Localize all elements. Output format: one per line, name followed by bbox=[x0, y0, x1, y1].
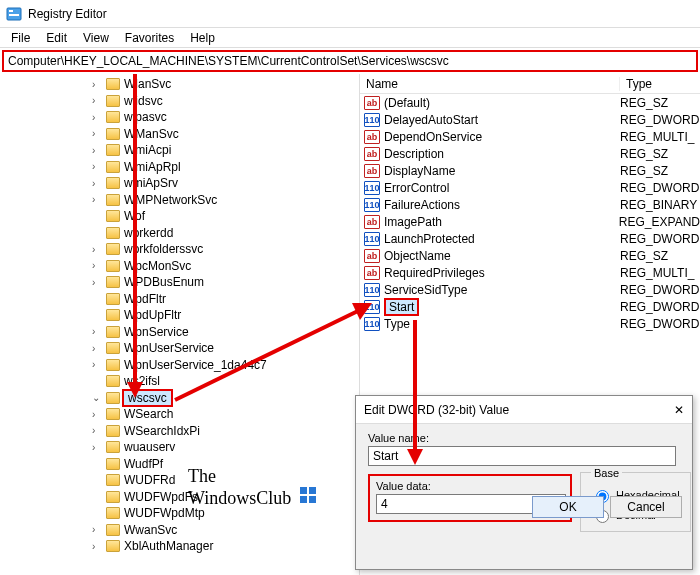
value-name-label: Value name: bbox=[368, 432, 680, 444]
cancel-button[interactable]: Cancel bbox=[610, 496, 682, 518]
chevron-icon[interactable] bbox=[92, 161, 104, 172]
column-header-name[interactable]: Name bbox=[360, 77, 620, 91]
tree-item[interactable]: workfolderssvc bbox=[0, 241, 359, 258]
value-row[interactable]: abObjectNameREG_SZ bbox=[360, 247, 700, 264]
dialog-close-button[interactable]: ✕ bbox=[674, 403, 684, 417]
chevron-icon[interactable] bbox=[92, 277, 104, 288]
menu-edit[interactable]: Edit bbox=[39, 30, 74, 46]
chevron-icon[interactable] bbox=[92, 442, 104, 453]
chevron-icon[interactable] bbox=[92, 392, 104, 403]
value-row[interactable]: abRequiredPrivilegesREG_MULTI_ bbox=[360, 264, 700, 281]
value-row[interactable]: 110FailureActionsREG_BINARY bbox=[360, 196, 700, 213]
folder-icon bbox=[106, 128, 120, 140]
windows-logo-icon bbox=[300, 487, 316, 503]
tree-item[interactable]: wlidsvc bbox=[0, 93, 359, 110]
tree-item[interactable]: WManSvc bbox=[0, 126, 359, 143]
tree-item[interactable]: XblAuthManager bbox=[0, 538, 359, 555]
chevron-icon[interactable] bbox=[92, 178, 104, 189]
tree-item-label: WManSvc bbox=[122, 127, 181, 141]
tree-item[interactable]: WpnUserService bbox=[0, 340, 359, 357]
folder-icon bbox=[106, 359, 120, 371]
chevron-icon[interactable] bbox=[92, 112, 104, 123]
value-row[interactable]: abDependOnServiceREG_MULTI_ bbox=[360, 128, 700, 145]
value-type: REG_MULTI_ bbox=[620, 266, 694, 280]
chevron-icon[interactable] bbox=[92, 79, 104, 90]
value-row[interactable]: abDescriptionREG_SZ bbox=[360, 145, 700, 162]
tree-item[interactable]: WSearch bbox=[0, 406, 359, 423]
chevron-icon[interactable] bbox=[92, 128, 104, 139]
edit-value-dialog: Edit DWORD (32-bit) Value ✕ Value name: … bbox=[355, 395, 693, 570]
value-name: FailureActions bbox=[384, 198, 460, 212]
tree-item[interactable]: WMPNetworkSvc bbox=[0, 192, 359, 209]
value-type: REG_BINARY bbox=[620, 198, 697, 212]
value-list[interactable]: ab(Default)REG_SZ110DelayedAutoStartREG_… bbox=[360, 94, 700, 332]
string-value-icon: ab bbox=[364, 215, 380, 229]
chevron-icon[interactable] bbox=[92, 244, 104, 255]
value-type: REG_DWORD bbox=[620, 283, 699, 297]
tree-item[interactable]: wuauserv bbox=[0, 439, 359, 456]
chevron-icon[interactable] bbox=[92, 409, 104, 420]
tree-item[interactable]: WmiAcpi bbox=[0, 142, 359, 159]
binary-value-icon: 110 bbox=[364, 317, 380, 331]
value-row[interactable]: abDisplayNameREG_SZ bbox=[360, 162, 700, 179]
chevron-icon[interactable] bbox=[92, 194, 104, 205]
tree-item[interactable]: workerdd bbox=[0, 225, 359, 242]
folder-icon bbox=[106, 458, 120, 470]
menu-favorites[interactable]: Favorites bbox=[118, 30, 181, 46]
value-row[interactable]: 110StartREG_DWORD bbox=[360, 298, 700, 315]
tree-item[interactable]: WpnService bbox=[0, 324, 359, 341]
chevron-icon[interactable] bbox=[92, 541, 104, 552]
folder-icon bbox=[106, 408, 120, 420]
value-row[interactable]: 110ErrorControlREG_DWORD bbox=[360, 179, 700, 196]
column-header-type[interactable]: Type bbox=[620, 77, 700, 91]
tree-item[interactable]: WSearchIdxPi bbox=[0, 423, 359, 440]
tree-item[interactable]: WlanSvc bbox=[0, 76, 359, 93]
tree-item[interactable]: WpdFltr bbox=[0, 291, 359, 308]
tree-item-label: WUDFRd bbox=[122, 473, 177, 487]
folder-icon bbox=[106, 243, 120, 255]
folder-icon bbox=[106, 293, 120, 305]
tree-item-label: wmiApSrv bbox=[122, 176, 180, 190]
tree-item[interactable]: WmiApRpl bbox=[0, 159, 359, 176]
svg-rect-8 bbox=[300, 487, 307, 494]
value-row[interactable]: ab(Default)REG_SZ bbox=[360, 94, 700, 111]
address-input[interactable] bbox=[4, 52, 696, 70]
value-row[interactable]: 110TypeREG_DWORD bbox=[360, 315, 700, 332]
chevron-icon[interactable] bbox=[92, 343, 104, 354]
value-row[interactable]: 110LaunchProtectedREG_DWORD bbox=[360, 230, 700, 247]
menu-file[interactable]: File bbox=[4, 30, 37, 46]
string-value-icon: ab bbox=[364, 147, 380, 161]
value-row[interactable]: abImagePathREG_EXPAND bbox=[360, 213, 700, 230]
tree-item[interactable]: WPDBusEnum bbox=[0, 274, 359, 291]
tree-item[interactable]: WpcMonSvc bbox=[0, 258, 359, 275]
svg-rect-2 bbox=[9, 14, 19, 16]
menu-help[interactable]: Help bbox=[183, 30, 222, 46]
tree-item[interactable]: WpnUserService_1da44c7 bbox=[0, 357, 359, 374]
chevron-icon[interactable] bbox=[92, 260, 104, 271]
ok-button[interactable]: OK bbox=[532, 496, 604, 518]
tree-item[interactable]: ws2ifsl bbox=[0, 373, 359, 390]
tree-item[interactable]: wscsvc bbox=[0, 390, 359, 407]
tree-item[interactable]: wmiApSrv bbox=[0, 175, 359, 192]
watermark-line1: The bbox=[188, 466, 216, 486]
menu-view[interactable]: View bbox=[76, 30, 116, 46]
binary-value-icon: 110 bbox=[364, 181, 380, 195]
tree-item[interactable]: WwanSvc bbox=[0, 522, 359, 539]
chevron-icon[interactable] bbox=[92, 145, 104, 156]
chevron-icon[interactable] bbox=[92, 326, 104, 337]
value-name: DisplayName bbox=[384, 164, 455, 178]
value-name: DelayedAutoStart bbox=[384, 113, 478, 127]
menubar: File Edit View Favorites Help bbox=[0, 28, 700, 48]
folder-icon bbox=[106, 161, 120, 173]
tree-item[interactable]: WpdUpFltr bbox=[0, 307, 359, 324]
tree-item[interactable]: wlpasvc bbox=[0, 109, 359, 126]
chevron-icon[interactable] bbox=[92, 95, 104, 106]
svg-rect-9 bbox=[309, 487, 316, 494]
value-row[interactable]: 110ServiceSidTypeREG_DWORD bbox=[360, 281, 700, 298]
value-row[interactable]: 110DelayedAutoStartREG_DWORD bbox=[360, 111, 700, 128]
chevron-icon[interactable] bbox=[92, 425, 104, 436]
chevron-icon[interactable] bbox=[92, 359, 104, 370]
value-name-input[interactable] bbox=[368, 446, 676, 466]
chevron-icon[interactable] bbox=[92, 524, 104, 535]
tree-item[interactable]: Wof bbox=[0, 208, 359, 225]
